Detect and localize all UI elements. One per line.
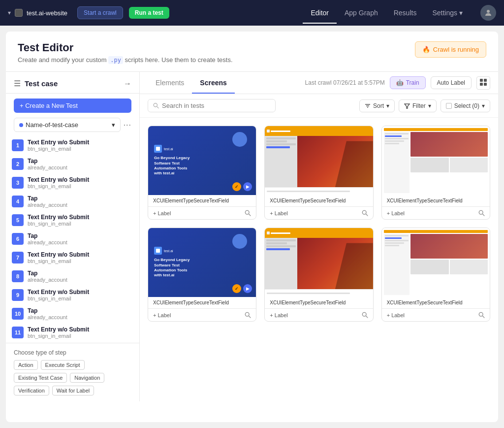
step-type-chip[interactable]: Navigation <box>70 373 104 383</box>
grid-view-button[interactable] <box>476 76 490 90</box>
sidebar-expand-icon[interactable]: → <box>124 79 131 88</box>
add-label-button[interactable]: + Label <box>270 312 287 318</box>
sidebar-step-item[interactable]: 8 Tap already_account <box>6 267 139 286</box>
screen-thumbnail: test.ai Go Beyond LegacySoftware TestAut… <box>148 126 256 195</box>
add-label-button[interactable]: + Label <box>387 210 405 216</box>
sort-label: Sort <box>373 102 384 109</box>
sidebar-step-list: 1 Text Entry w/o Submit btn_sign_in_emai… <box>6 136 139 343</box>
step-info: Tap already_account <box>28 270 133 283</box>
screen-card[interactable]: test.ai Go Beyond LegacySoftware TestAut… <box>148 228 256 322</box>
sidebar-step-item[interactable]: 5 Text Entry w/o Submit btn_sign_in_emai… <box>6 211 139 230</box>
dropdown-dot-icon <box>19 123 23 127</box>
sidebar-step-item[interactable]: 1 Text Entry w/o Submit btn_sign_in_emai… <box>6 136 139 155</box>
add-label-button[interactable]: + Label <box>153 210 171 216</box>
auto-label-button[interactable]: Auto Label <box>431 76 472 89</box>
nav-link-appgraph[interactable]: App Graph <box>337 2 386 24</box>
screen-card[interactable]: test.ai Go Beyond LegacySoftware TestAut… <box>148 126 256 220</box>
screen-thumbnail: test.ai Go Beyond LegacySoftware TestAut… <box>148 228 256 297</box>
screen-label: XCUIElementTypeSecureTextField <box>148 195 256 207</box>
code-snippet: .py <box>108 56 123 64</box>
step-number: 4 <box>12 196 24 207</box>
svg-point-19 <box>362 312 366 316</box>
sidebar-title: Test case <box>25 79 58 88</box>
start-crawl-button[interactable]: Start a crawl <box>77 6 123 19</box>
step-number: 9 <box>12 289 24 301</box>
nav-settings[interactable]: Settings ▾ <box>424 2 471 24</box>
svg-rect-1 <box>480 79 483 82</box>
step-name: Tap <box>28 232 133 239</box>
add-label-button[interactable]: + Label <box>270 210 287 216</box>
filter-icon <box>404 103 410 109</box>
tab-elements[interactable]: Elements <box>148 72 192 94</box>
select-button[interactable]: Select (0) ▾ <box>441 99 490 112</box>
panel-top: Elements Screens Last crawl 07/26/21 at … <box>140 72 498 94</box>
step-type-chip[interactable]: Verification <box>14 386 49 395</box>
crawl-running-button[interactable]: 🔥 Crawl is running <box>415 41 486 58</box>
top-nav: ▾ test.ai-website Start a crawl Run a te… <box>0 0 504 26</box>
step-number: 3 <box>12 177 24 189</box>
svg-marker-10 <box>405 104 410 108</box>
sidebar-step-item[interactable]: 4 Tap already_account <box>6 192 139 211</box>
step-name: Tap <box>28 195 133 202</box>
sidebar-step-item[interactable]: 9 Text Entry w/o Submit btn_sign_in_emai… <box>6 286 139 304</box>
sidebar-step-item[interactable]: 2 Tap already_account <box>6 155 139 173</box>
sidebar-step-item[interactable]: 3 Text Entry w/o Submit btn_sign_in_emai… <box>6 173 139 192</box>
step-type-chip[interactable]: Existing Test Case <box>14 373 67 383</box>
svg-point-21 <box>479 312 483 316</box>
run-test-button[interactable]: Run a test <box>129 7 169 19</box>
step-info: Text Entry w/o Submit btn_sign_in_email <box>28 214 133 227</box>
svg-line-6 <box>157 106 159 108</box>
nav-link-results[interactable]: Results <box>386 2 425 24</box>
sidebar-step-item[interactable]: 6 Tap already_account <box>6 230 139 248</box>
nav-logo-area: ▾ test.ai-website <box>8 9 67 17</box>
step-number: 11 <box>12 327 24 338</box>
search-input[interactable] <box>162 102 270 109</box>
fire-icon: 🔥 <box>422 46 430 53</box>
step-info: Tap already_account <box>28 158 133 170</box>
nav-link-editor[interactable]: Editor <box>303 2 337 24</box>
svg-rect-3 <box>480 83 483 86</box>
step-name: Text Entry w/o Submit <box>28 326 133 333</box>
search-icon-small[interactable] <box>245 312 251 318</box>
step-sub: already_account <box>28 314 133 320</box>
test-case-dropdown[interactable]: Name-of-test-case ▾ <box>14 118 121 132</box>
create-new-test-button[interactable]: + Create a New Test <box>14 99 131 113</box>
more-options-button[interactable]: ··· <box>124 121 131 130</box>
screen-card[interactable]: XCUIElementTypeSecureTextField + Label <box>381 228 490 322</box>
filter-button[interactable]: Filter ▾ <box>399 99 437 112</box>
add-label-button[interactable]: + Label <box>387 312 405 318</box>
svg-line-18 <box>249 316 251 318</box>
sidebar-step-item[interactable]: 10 Tap already_account <box>6 304 139 323</box>
step-name: Text Entry w/o Submit <box>28 139 133 146</box>
search-filter-row: Sort ▾ Filter ▾ Select (0) ▾ <box>140 94 498 118</box>
step-type-chip[interactable]: Execute Script <box>41 360 85 370</box>
search-icon-small[interactable] <box>245 210 251 216</box>
svg-rect-2 <box>484 79 487 82</box>
tab-screens[interactable]: Screens <box>192 72 234 94</box>
search-icon-small[interactable] <box>362 312 368 318</box>
panel-top-right: Last crawl 07/26/21 at 5:57PM 🤖 Train Au… <box>305 76 490 90</box>
screen-card[interactable]: XCUIElementTypeSecureTextField + Label <box>264 228 373 322</box>
nav-dropdown-button[interactable]: ▾ <box>8 9 11 16</box>
screen-thumbnail <box>265 126 373 195</box>
user-avatar[interactable] <box>480 5 496 21</box>
hamburger-icon: ☰ <box>14 79 21 88</box>
train-button[interactable]: 🤖 Train <box>390 76 426 89</box>
search-icon-small[interactable] <box>478 312 485 318</box>
sidebar-step-item[interactable]: 11 Text Entry w/o Submit btn_sign_in_ema… <box>6 323 139 342</box>
sort-button[interactable]: Sort ▾ <box>359 99 395 112</box>
screen-card[interactable]: XCUIElementTypeSecureTextField + Label <box>264 126 373 220</box>
screen-footer: + Label <box>265 309 373 321</box>
svg-point-5 <box>154 103 157 107</box>
page-description: Create and modify your custom .py script… <box>18 56 233 64</box>
screen-label: XCUIElementTypeSecureTextField <box>265 195 373 207</box>
search-icon-small[interactable] <box>362 210 368 216</box>
sidebar-step-item[interactable]: 7 Text Entry w/o Submit btn_sign_in_emai… <box>6 248 139 267</box>
step-type-chip[interactable]: Action <box>14 360 38 370</box>
dropdown-chevron-icon: ▾ <box>112 121 115 129</box>
screen-card[interactable]: XCUIElementTypeSecureTextField + Label <box>381 126 490 220</box>
search-icon-small[interactable] <box>478 210 485 216</box>
add-label-button[interactable]: + Label <box>153 312 171 318</box>
step-type-chip[interactable]: Wait for Label <box>52 386 94 395</box>
svg-point-13 <box>362 210 366 214</box>
